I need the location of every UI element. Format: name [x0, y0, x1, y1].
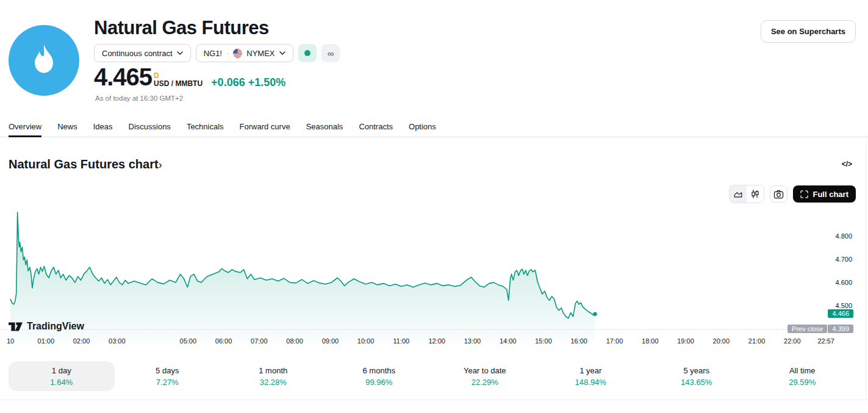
- time-scale-tick: 20:00: [713, 337, 730, 345]
- right-divider: [866, 134, 866, 400]
- period-5-days[interactable]: 5 days7.27%: [115, 361, 221, 391]
- time-scale-tick: 17:00: [606, 337, 623, 345]
- period-6-months[interactable]: 6 months99.96%: [326, 361, 432, 391]
- price-area-chart[interactable]: [0, 207, 830, 342]
- snapshot-button[interactable]: [770, 185, 787, 203]
- price-scale-tick: 4.800: [835, 232, 852, 240]
- chart-style-toggle: [729, 185, 764, 203]
- period-1-month[interactable]: 1 month32.28%: [220, 361, 326, 391]
- tab-ideas[interactable]: Ideas: [93, 120, 113, 137]
- market-open-dot-icon: [304, 50, 310, 56]
- full-chart-button[interactable]: Full chart: [793, 185, 856, 203]
- period-label: 6 months: [363, 366, 395, 375]
- period-year-to-date[interactable]: Year to date22.29%: [432, 361, 538, 391]
- tab-technicals[interactable]: Technicals: [187, 120, 224, 137]
- current-price-badge: 4.466: [828, 309, 853, 318]
- market-status-button[interactable]: [298, 44, 317, 62]
- fullscreen-icon: [800, 190, 808, 198]
- exchange-label: NYMEX: [246, 49, 274, 58]
- area-fill: [10, 212, 595, 342]
- period-change-value: 148.94%: [575, 378, 606, 387]
- tradingview-watermark: TradingView: [9, 321, 84, 332]
- period-1-year[interactable]: 1 year148.94%: [538, 361, 644, 391]
- tab-overview[interactable]: Overview: [9, 120, 41, 137]
- time-scale[interactable]: 1001:0002:0003:0005:0006:0007:0008:0009:…: [0, 337, 830, 347]
- chevron-down-icon: [177, 51, 183, 55]
- contract-selector-label: Continuous contract: [102, 49, 173, 58]
- time-scale-tick: 21:00: [748, 337, 766, 345]
- tab-forward-curve[interactable]: Forward curve: [240, 120, 290, 137]
- symbol-logo: [9, 25, 79, 96]
- time-scale-tick: 22:00: [784, 337, 801, 345]
- price-chart[interactable]: 4.8004.7004.6004.500 4.466 Prev close 4.…: [0, 207, 868, 348]
- price-unit: USD / MMBTU: [154, 79, 203, 88]
- price-change: +0.066 +1.50%: [211, 76, 285, 88]
- period-change-value: 1.64%: [50, 378, 73, 387]
- tradingview-logo-icon: [9, 322, 23, 331]
- symbol-controls: Continuous contract NG1! · NYMEX: [94, 44, 340, 62]
- contract-selector[interactable]: Continuous contract: [94, 44, 191, 62]
- symbol-tabs: OverviewNewsIdeasDiscussionsTechnicalsFo…: [0, 120, 868, 137]
- period-1-day[interactable]: 1 day1.64%: [9, 361, 115, 391]
- time-scale-tick: 03:00: [109, 337, 126, 345]
- tab-contracts[interactable]: Contracts: [359, 120, 393, 137]
- full-chart-label: Full chart: [812, 190, 848, 199]
- tab-options[interactable]: Options: [409, 120, 436, 137]
- period-label: 1 day: [52, 366, 71, 375]
- period-change-value: 32.28%: [260, 378, 287, 387]
- period-change-value: 7.27%: [156, 378, 179, 387]
- tradingview-watermark-text: TradingView: [27, 321, 84, 332]
- period-label: Year to date: [464, 366, 506, 375]
- time-scale-tick: 10: [7, 337, 14, 345]
- time-scale-tick: 14:00: [500, 337, 517, 345]
- chart-toolbar: Full chart: [729, 185, 856, 203]
- period-label: 5 years: [683, 366, 709, 375]
- prev-close-value: 4.399: [828, 325, 853, 333]
- last-price-dot: [593, 312, 597, 316]
- area-chart-icon: [733, 189, 743, 199]
- symbol-ticker: NG1!: [204, 49, 222, 58]
- period-all-time[interactable]: All time29.59%: [750, 361, 856, 391]
- time-scale-tick: 01:00: [38, 337, 55, 345]
- time-scale-tick: 11:00: [393, 337, 410, 345]
- price-block: 4.465 D USD / MMBTU +0.066 +1.50%: [94, 65, 285, 89]
- period-label: 1 year: [579, 366, 601, 375]
- see-on-supercharts-button[interactable]: See on Supercharts: [761, 20, 856, 43]
- tab-seasonals[interactable]: Seasonals: [306, 120, 343, 137]
- infinity-icon: ∞: [328, 48, 334, 59]
- us-flag-icon: [233, 49, 242, 58]
- time-scale-tick: 22:57: [817, 337, 834, 345]
- time-scale-tick: 08:00: [286, 337, 303, 345]
- candle-chart-style-button[interactable]: [747, 185, 764, 203]
- time-scale-tick: 09:00: [322, 337, 339, 345]
- embed-code-icon[interactable]: </>: [842, 160, 852, 168]
- time-scale-tick: 10:00: [357, 337, 375, 345]
- period-change-value: 29.59%: [789, 378, 816, 387]
- tab-news[interactable]: News: [57, 120, 77, 137]
- period-change-value: 99.96%: [365, 378, 392, 387]
- time-scale-tick: 07:00: [251, 337, 268, 345]
- symbol-selector[interactable]: NG1! · NYMEX: [196, 44, 293, 62]
- chart-section-heading[interactable]: Natural Gas Futures chart›: [9, 157, 162, 171]
- tab-discussions[interactable]: Discussions: [129, 120, 171, 137]
- time-scale-tick: 02:00: [73, 337, 90, 345]
- area-chart-style-button[interactable]: [730, 185, 747, 203]
- contract-expiration-button[interactable]: ∞: [321, 44, 340, 62]
- time-scale-tick: 05:00: [180, 337, 197, 345]
- time-scale-tick: 15:00: [535, 337, 552, 345]
- as-of-timestamp: As of today at 16:30 GMT+2: [95, 95, 183, 102]
- time-scale-tick: 13:00: [464, 337, 481, 345]
- period-5-years[interactable]: 5 years143.65%: [644, 361, 750, 391]
- period-label: 1 month: [259, 366, 287, 375]
- time-scale-tick: 12:00: [428, 337, 445, 345]
- time-scale-tick: 16:00: [570, 337, 587, 345]
- period-change-value: 143.65%: [681, 378, 712, 387]
- page-title: Natural Gas Futures: [94, 17, 269, 39]
- period-change-value: 22.29%: [472, 378, 498, 387]
- session-flag: D: [154, 72, 203, 79]
- chevron-down-icon: [279, 51, 285, 55]
- price-scale-tick: 4.700: [835, 256, 852, 263]
- time-scale-tick: 19:00: [677, 337, 694, 345]
- period-change-row: 1 day1.64%5 days7.27%1 month32.28%6 mont…: [9, 361, 855, 391]
- candles-icon: [751, 189, 759, 199]
